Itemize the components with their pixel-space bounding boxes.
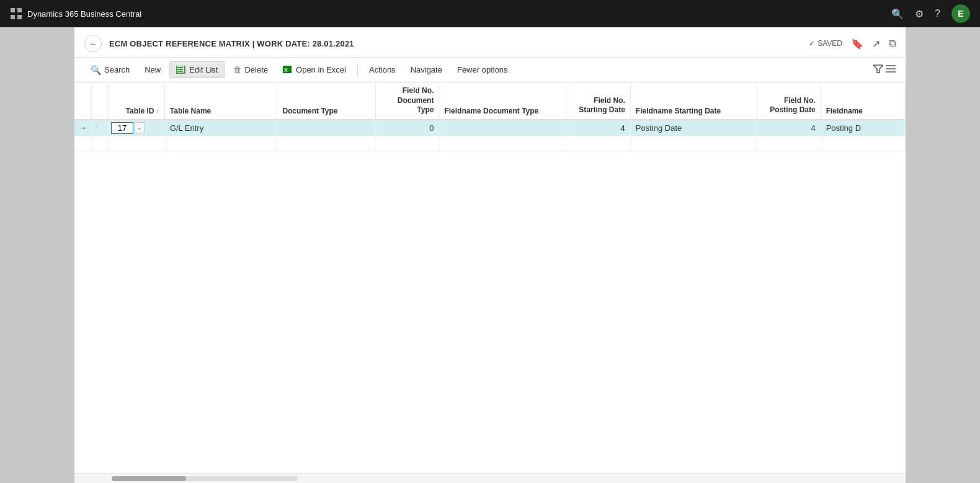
col-header-fieldname-starting-date[interactable]: Fieldname Starting Date xyxy=(630,82,757,120)
actions-button[interactable]: Actions xyxy=(363,62,402,78)
empty-field-no-doc-type xyxy=(376,136,439,151)
fieldname-starting-date-cell: Posting Date xyxy=(630,120,757,136)
svg-text:X: X xyxy=(284,67,288,73)
fewer-options-label: Fewer options xyxy=(457,65,508,74)
field-no-starting-date-cell: 4 xyxy=(566,120,630,136)
bookmark-button[interactable]: 🔖 xyxy=(851,38,863,50)
svg-rect-2 xyxy=(11,15,15,19)
table-header-row: Table ID ↑ Table Name Document Type Fiel… xyxy=(74,82,906,120)
list-view-icon xyxy=(886,64,896,73)
toolbar: 🔍 Search New Edit List 🗑 xyxy=(74,58,906,82)
top-navigation-bar: Dynamics 365 Business Central 🔍 ⚙ ? E xyxy=(0,0,980,27)
empty-row xyxy=(74,136,906,151)
help-icon[interactable]: ? xyxy=(935,8,940,19)
row-arrow-cell: → xyxy=(74,120,91,136)
col-header-document-type[interactable]: Document Type xyxy=(277,82,376,120)
table-id-cell[interactable]: ⌄ xyxy=(108,120,164,136)
back-button[interactable]: ← xyxy=(84,35,102,52)
row-drag-cell[interactable]: ⋮ xyxy=(91,120,108,136)
svg-rect-1 xyxy=(17,8,22,12)
table-id-dropdown[interactable]: ⌄ xyxy=(135,122,145,133)
top-bar-left: Dynamics 365 Business Central xyxy=(10,7,141,20)
new-button[interactable]: New xyxy=(138,62,167,78)
back-arrow-icon: ← xyxy=(89,39,97,48)
col-header-fieldname-posting-date[interactable]: Fieldname xyxy=(821,82,905,120)
table-container[interactable]: Table ID ↑ Table Name Document Type Fiel… xyxy=(74,82,906,473)
field-no-posting-date-cell: 4 xyxy=(757,120,821,136)
bottom-scroll-area[interactable] xyxy=(74,473,906,483)
col-header-field-no-posting-date[interactable]: Field No.Posting Date xyxy=(757,82,821,120)
saved-check-icon: ✓ xyxy=(809,39,815,48)
document-type-cell xyxy=(277,120,376,136)
empty-document-type xyxy=(277,136,376,151)
filter-icon xyxy=(873,64,883,73)
empty-field-no-posting-date xyxy=(757,136,821,151)
edit-list-icon xyxy=(176,66,186,74)
empty-fieldname-starting-date xyxy=(630,136,757,151)
saved-indicator: ✓ SAVED xyxy=(809,39,842,48)
top-bar-right: 🔍 ⚙ ? E xyxy=(891,4,970,23)
data-table: Table ID ↑ Table Name Document Type Fiel… xyxy=(74,82,906,151)
user-avatar[interactable]: E xyxy=(951,4,970,23)
share-button[interactable]: ↗ xyxy=(872,38,880,50)
fieldname-doc-type-cell xyxy=(439,120,566,136)
horizontal-scrollbar-thumb[interactable] xyxy=(112,476,186,481)
empty-fieldname-posting-date xyxy=(821,136,905,151)
search-button[interactable]: 🔍 Search xyxy=(84,62,136,78)
svg-rect-0 xyxy=(11,8,15,12)
settings-icon[interactable]: ⚙ xyxy=(915,8,924,20)
col-header-table-id[interactable]: Table ID ↑ xyxy=(108,82,164,120)
toolbar-separator xyxy=(357,63,358,78)
empty-table-id xyxy=(108,136,164,151)
waffle-icon[interactable] xyxy=(10,7,22,20)
expand-button[interactable]: ⧉ xyxy=(889,38,896,49)
empty-table-name xyxy=(164,136,277,151)
col-header-fieldname-doc-type[interactable]: Fieldname Document Type xyxy=(439,82,566,120)
horizontal-scrollbar-track[interactable] xyxy=(112,476,298,481)
actions-label: Actions xyxy=(369,65,396,74)
page-header-right: ✓ SAVED 🔖 ↗ ⧉ xyxy=(809,38,896,50)
empty-drag xyxy=(91,136,108,151)
col-header-arrow xyxy=(74,82,91,120)
sort-asc-icon: ↑ xyxy=(156,108,159,115)
empty-fieldname-doc-type xyxy=(439,136,566,151)
search-label: Search xyxy=(104,65,130,74)
list-view-button[interactable] xyxy=(886,64,896,76)
left-panel xyxy=(0,27,74,483)
main-area: ← ECM OBJECT REFERENCE MATRIX | WORK DAT… xyxy=(0,27,980,483)
page-title: ECM OBJECT REFERENCE MATRIX | WORK DATE:… xyxy=(109,39,354,48)
delete-button[interactable]: 🗑 Delete xyxy=(227,62,274,78)
right-panel xyxy=(906,27,980,483)
excel-icon: X xyxy=(283,66,293,74)
filter-button[interactable] xyxy=(873,64,883,76)
open-in-excel-label: Open in Excel xyxy=(296,65,346,74)
table-name-cell: G/L Entry xyxy=(164,120,277,136)
search-icon: 🔍 xyxy=(91,65,101,75)
delete-label: Delete xyxy=(244,65,268,74)
empty-field-no-starting-date xyxy=(566,136,630,151)
col-header-table-name[interactable]: Table Name xyxy=(164,82,277,120)
edit-list-button[interactable]: Edit List xyxy=(169,61,225,78)
field-no-doc-type-cell: 0 xyxy=(376,120,439,136)
new-label: New xyxy=(145,65,161,74)
table-row[interactable]: → ⋮ ⌄ G/L Entry 0 4 Posti xyxy=(74,120,906,136)
edit-list-label: Edit List xyxy=(189,65,218,74)
delete-icon: 🗑 xyxy=(233,65,241,74)
page-header: ← ECM OBJECT REFERENCE MATRIX | WORK DAT… xyxy=(74,27,906,58)
col-header-drag xyxy=(91,82,108,120)
col-header-field-no-starting-date[interactable]: Field No.Starting Date xyxy=(566,82,630,120)
svg-marker-10 xyxy=(873,65,883,73)
empty-arrow xyxy=(74,136,91,151)
search-icon[interactable]: 🔍 xyxy=(891,8,904,20)
fieldname-posting-date-cell: Posting D xyxy=(821,120,905,136)
fewer-options-button[interactable]: Fewer options xyxy=(451,62,514,78)
open-in-excel-button[interactable]: X Open in Excel xyxy=(277,62,352,78)
table-id-input[interactable] xyxy=(111,122,133,134)
content-area: ← ECM OBJECT REFERENCE MATRIX | WORK DAT… xyxy=(74,27,906,483)
col-header-field-no-doc-type[interactable]: Field No.DocumentType xyxy=(376,82,439,120)
navigate-label: Navigate xyxy=(411,65,442,74)
svg-rect-3 xyxy=(17,15,22,19)
navigate-button[interactable]: Navigate xyxy=(404,62,448,78)
page-header-left: ← ECM OBJECT REFERENCE MATRIX | WORK DAT… xyxy=(84,35,354,52)
saved-label: SAVED xyxy=(817,39,842,48)
